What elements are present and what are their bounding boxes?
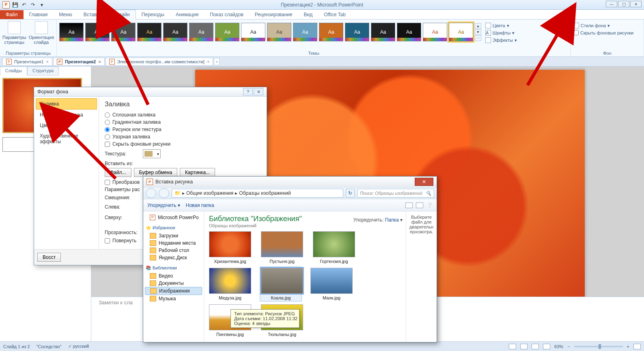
tree-pictures[interactable]: Изображения bbox=[145, 287, 202, 295]
doc-tab[interactable]: PПрезентация1× bbox=[2, 58, 52, 66]
page-setup-button[interactable]: Параметры страницы bbox=[2, 21, 26, 45]
texture-dropdown[interactable]: ▾ bbox=[143, 149, 161, 158]
theme-thumb[interactable]: Aa bbox=[111, 23, 136, 41]
normal-view-button[interactable] bbox=[509, 344, 516, 349]
sorter-view-button[interactable] bbox=[520, 344, 528, 349]
doc-tab-active[interactable]: PПрезентация2× bbox=[53, 58, 105, 66]
theme-thumb[interactable]: Aa bbox=[345, 23, 369, 41]
crumb-item[interactable]: Общие изображения bbox=[186, 190, 233, 196]
nav-artistic-effects[interactable]: Художественные эффекты bbox=[36, 131, 97, 147]
tab-review[interactable]: Рецензирование bbox=[249, 10, 298, 19]
tab-design[interactable]: Дизайн bbox=[107, 10, 136, 19]
tab-officetab[interactable]: Office Tab bbox=[318, 10, 351, 19]
gallery-more-icon[interactable]: ⋯ bbox=[475, 35, 481, 41]
close-button[interactable]: ✕ bbox=[630, 1, 642, 7]
tab-home[interactable]: Главная bbox=[24, 10, 54, 19]
hide-bg-checkbox[interactable]: Скрыть фоновые рисунки bbox=[573, 30, 641, 35]
fill-gradient-radio[interactable]: Градиентная заливка bbox=[105, 119, 261, 125]
theme-thumb[interactable]: Aa bbox=[423, 23, 447, 41]
tab-slideshow[interactable]: Показ слайдов bbox=[204, 10, 249, 19]
sort-control[interactable]: Упорядочить: Папка ▾ bbox=[353, 217, 403, 223]
nav-picture-color[interactable]: Цвет рисунка bbox=[36, 120, 97, 131]
effects-dropdown[interactable]: Эффекты ▾ bbox=[485, 37, 517, 43]
file-item[interactable]: Хризантема.jpg bbox=[209, 231, 251, 264]
tab-menu[interactable]: Меню bbox=[53, 10, 78, 19]
gallery-down-icon[interactable]: ▼ bbox=[475, 29, 481, 35]
tab-insert[interactable]: Вставка bbox=[78, 10, 108, 19]
nav-picture-corrections[interactable]: Настройка рисунка bbox=[36, 110, 97, 120]
forward-button[interactable] bbox=[159, 188, 169, 198]
tab-animation[interactable]: Анимация bbox=[170, 10, 204, 19]
dialog-close-button[interactable]: ✕ bbox=[415, 178, 433, 186]
minimize-button[interactable]: — bbox=[606, 1, 617, 7]
doc-tab[interactable]: PЭлектронное портфо...им совместимости]× bbox=[106, 58, 213, 66]
tree-desktop[interactable]: Рабочий стол bbox=[145, 247, 202, 254]
maximize-button[interactable]: ▢ bbox=[618, 1, 629, 7]
insert-clipboard-button[interactable]: Буфер обмена bbox=[134, 168, 178, 177]
search-input[interactable]: Поиск: Образцы изображений🔍 bbox=[357, 189, 434, 198]
tab-view[interactable]: Вид bbox=[298, 10, 319, 19]
file-item[interactable]: Пустыня.jpg bbox=[261, 231, 303, 264]
theme-thumb[interactable]: Aa bbox=[85, 23, 110, 41]
qat-dropdown-icon[interactable]: ▾ bbox=[38, 1, 45, 9]
zoom-slider[interactable] bbox=[574, 346, 623, 347]
fonts-dropdown[interactable]: AШрифты ▾ bbox=[485, 30, 517, 36]
redo-icon[interactable]: ↷ bbox=[29, 1, 37, 9]
theme-thumb[interactable]: Aa bbox=[371, 23, 395, 41]
new-doc-button[interactable]: ▫ bbox=[214, 58, 220, 65]
close-icon[interactable]: × bbox=[98, 59, 101, 64]
theme-thumb[interactable]: Aa bbox=[241, 23, 265, 41]
gallery-up-icon[interactable]: ▲ bbox=[475, 23, 481, 29]
insert-file-button[interactable]: Файл... bbox=[105, 168, 131, 177]
tab-transitions[interactable]: Переходы bbox=[136, 10, 170, 19]
back-button[interactable] bbox=[146, 188, 156, 198]
undo-icon[interactable]: ↶ bbox=[20, 1, 28, 9]
dialog-titlebar[interactable]: Формат фона ? ✕ bbox=[34, 87, 267, 97]
slide-orientation-button[interactable]: Ориентация слайда bbox=[29, 21, 54, 45]
nav-fill[interactable]: Заливка bbox=[36, 98, 97, 110]
tree-videos[interactable]: Видео bbox=[145, 272, 202, 280]
fill-pattern-radio[interactable]: Узорная заливка bbox=[105, 134, 261, 140]
theme-thumb[interactable]: Aa bbox=[293, 23, 317, 41]
close-icon[interactable]: × bbox=[46, 59, 49, 64]
file-item[interactable]: Медуза.jpg bbox=[209, 268, 251, 300]
tree-powerpoint[interactable]: PMicrosoft PowerPo bbox=[145, 214, 202, 221]
help-icon[interactable]: ❔ bbox=[426, 202, 433, 208]
refresh-button[interactable]: ↻ bbox=[346, 189, 355, 198]
background-styles-dropdown[interactable]: Стили фона ▾ bbox=[573, 23, 641, 28]
tree-documents[interactable]: Документы bbox=[145, 280, 202, 287]
save-icon[interactable]: 💾 bbox=[11, 1, 19, 9]
dialog-close-button[interactable]: ✕ bbox=[254, 88, 263, 95]
theme-thumb[interactable]: Aa bbox=[189, 23, 213, 41]
theme-thumb-selected[interactable]: Aa bbox=[449, 23, 473, 41]
tree-recent[interactable]: Недавние места bbox=[145, 239, 202, 247]
slideshow-view-button[interactable] bbox=[543, 344, 550, 349]
theme-thumb[interactable]: Aa bbox=[267, 23, 291, 41]
theme-thumb[interactable]: Aa bbox=[397, 23, 421, 41]
hide-bg-graphics-check[interactable]: Скрыть фоновые рисунки bbox=[105, 141, 261, 147]
zoom-out-button[interactable]: − bbox=[567, 344, 570, 349]
new-folder-button[interactable]: Новая папка bbox=[186, 202, 214, 208]
zoom-in-button[interactable]: + bbox=[627, 344, 629, 349]
theme-thumb[interactable]: Aa bbox=[215, 23, 239, 41]
close-icon[interactable]: × bbox=[207, 59, 209, 64]
slides-tab[interactable]: Слайды bbox=[0, 67, 27, 75]
language-indicator[interactable]: ✓ русский bbox=[68, 344, 89, 349]
insert-clipart-button[interactable]: Картинка... bbox=[180, 168, 215, 177]
reading-view-button[interactable] bbox=[532, 344, 539, 349]
theme-thumb[interactable]: Aa bbox=[319, 23, 343, 41]
breadcrumb[interactable]: 📁 ▸ Общие изображения ▸ Образцы изображе… bbox=[172, 189, 343, 198]
file-item[interactable]: Гортензия.jpg bbox=[313, 231, 355, 264]
tree-downloads[interactable]: Загрузки bbox=[145, 232, 202, 239]
hide-bg-check[interactable] bbox=[573, 30, 579, 35]
colors-dropdown[interactable]: Цвета ▾ bbox=[485, 23, 517, 28]
fill-picture-radio[interactable]: Рисунок или текстура bbox=[105, 127, 261, 132]
tree-music[interactable]: Музыка bbox=[145, 295, 202, 302]
theme-thumb[interactable]: Aa bbox=[137, 23, 162, 41]
outline-tab[interactable]: Структура bbox=[27, 67, 59, 75]
file-item[interactable]: Коала.jpg bbox=[260, 267, 302, 301]
help-button[interactable]: ? bbox=[243, 88, 253, 95]
reset-background-button[interactable]: Восст bbox=[37, 253, 61, 262]
file-item[interactable]: Маяк.jpg bbox=[310, 268, 353, 300]
preview-toggle[interactable] bbox=[416, 202, 423, 208]
